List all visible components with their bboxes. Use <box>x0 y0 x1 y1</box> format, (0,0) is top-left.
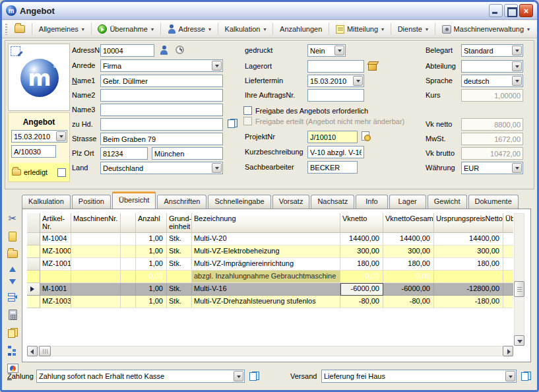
scroll-left-button[interactable] <box>27 346 38 356</box>
zahlung-select[interactable]: Zahlung sofort nach Erhalt netto Kasse <box>36 370 245 383</box>
cell-artikel[interactable]: M-1001 <box>40 283 71 296</box>
cell-maschinen[interactable] <box>71 271 121 283</box>
cut-button[interactable]: ✂ <box>5 212 20 225</box>
structure-button[interactable] <box>5 344 20 357</box>
strasse-field[interactable] <box>100 133 223 145</box>
cell-anzahl[interactable]: 1,00 <box>136 258 167 271</box>
row-selector[interactable] <box>27 283 40 296</box>
document-number-field[interactable] <box>11 145 56 158</box>
cell-clipped[interactable] <box>503 245 513 258</box>
tab-dokumente[interactable]: Dokumente <box>468 195 519 209</box>
col-header-anzahl[interactable]: Anzahl <box>136 213 167 233</box>
calculator-button[interactable] <box>5 308 20 321</box>
reminder-clock-icon[interactable] <box>175 46 184 54</box>
col-header-einheit[interactable]: Grund-einheit <box>167 213 192 233</box>
minimize-button[interactable] <box>489 4 503 17</box>
auftragsnr-field[interactable] <box>307 89 364 102</box>
cell-artikel[interactable]: MZ-1000 <box>40 245 71 258</box>
versand-select[interactable]: Lieferung frei Haus <box>321 370 517 383</box>
lagerort-field[interactable] <box>307 60 364 73</box>
cell-bezeichnung[interactable]: Multi-VZ-Elektrobeheizung <box>192 245 340 258</box>
cell-bezeichnung[interactable]: Multi-VZ-Drehzahlsteuerung stufenlos <box>192 296 340 308</box>
chevron-down-icon[interactable] <box>56 131 66 141</box>
cell-vknetto[interactable]: 0,00 <box>340 271 383 283</box>
tab-schnelleingabe[interactable]: Schnelleingabe <box>208 195 270 209</box>
cell-anzahl[interactable]: 0,00 <box>136 271 167 283</box>
menu-dienste[interactable]: Dienste▾ <box>394 23 432 35</box>
tab-position[interactable]: Position <box>72 195 111 209</box>
copy-versand-icon[interactable] <box>521 372 531 381</box>
new-page-button[interactable] <box>5 230 20 243</box>
cell-vknettogesamt[interactable]: 0,00 <box>383 271 434 283</box>
row-selector[interactable] <box>27 258 40 271</box>
cell-vknettogesamt[interactable]: -6000,00 <box>383 283 434 296</box>
col-header-artikel[interactable]: Artikel-Nr. <box>40 213 71 233</box>
row-selector[interactable] <box>27 233 40 245</box>
cell-ursprungspreis[interactable]: 14400,00 <box>434 233 503 245</box>
tab-lager[interactable]: Lager <box>389 195 426 209</box>
col-header-vknettogesamt[interactable]: VknettoGesamt <box>383 213 434 233</box>
sachbearbeiter-field[interactable] <box>307 161 358 174</box>
cell-vknettogesamt[interactable]: 180,00 <box>383 258 434 271</box>
warehouse-box-icon[interactable] <box>368 63 377 71</box>
cell-empty[interactable] <box>121 245 136 258</box>
cell-einheit[interactable] <box>167 271 192 283</box>
scroll-right-button[interactable] <box>503 346 513 356</box>
cell-ursprungspreis[interactable]: -180,00 <box>434 296 503 308</box>
cell-einheit[interactable]: Stk. <box>167 296 192 308</box>
cell-maschinen[interactable] <box>71 283 121 296</box>
maximize-button[interactable] <box>504 4 518 17</box>
zuhd-field[interactable] <box>100 118 223 131</box>
tab-anschriften[interactable]: Anschriften <box>157 195 206 209</box>
cell-empty[interactable] <box>121 233 136 245</box>
cell-vknettogesamt[interactable]: 300,00 <box>383 245 434 258</box>
document-date-select[interactable]: 15.03.2010 <box>11 130 67 143</box>
cell-clipped[interactable] <box>503 233 513 245</box>
vertical-scrollbar[interactable] <box>514 213 524 346</box>
menu-mitteilung[interactable]: Mitteilung▾ <box>332 23 388 36</box>
tab-nachsatz[interactable]: Nachsatz <box>311 195 354 209</box>
contact-person-icon[interactable] <box>160 46 168 55</box>
menu-allgemeines[interactable]: Allgemeines▾ <box>35 23 88 35</box>
cell-maschinen[interactable] <box>71 258 121 271</box>
tab-info[interactable]: Info <box>356 195 387 209</box>
cell-empty[interactable] <box>121 258 136 271</box>
cell-artikel[interactable]: MZ-1003 <box>40 296 71 308</box>
cell-vknetto[interactable]: -80,00 <box>340 296 383 308</box>
cell-artikel[interactable]: M-1004 <box>40 233 71 245</box>
menu-maschinenverwaltung[interactable]: Maschinenverwaltung▾ <box>438 23 534 36</box>
move-down-button[interactable] <box>5 278 20 286</box>
gedruckt-select[interactable]: Nein <box>307 44 346 57</box>
project-document-icon[interactable] <box>362 131 369 141</box>
chevron-down-icon[interactable] <box>234 371 243 381</box>
cell-anzahl[interactable]: 1,00 <box>136 245 167 258</box>
cell-clipped[interactable] <box>503 258 513 271</box>
cell-bezeichnung[interactable]: abzgl. Inzahlungnahme Gebrauchtmaschine <box>192 271 340 283</box>
col-header-clipped[interactable]: Üb <box>503 213 513 233</box>
chevron-down-icon[interactable] <box>334 46 344 55</box>
abteilung-select[interactable] <box>461 60 523 73</box>
chevron-down-icon[interactable] <box>512 61 522 71</box>
name3-field[interactable] <box>100 104 223 116</box>
land-select[interactable]: Deutschland <box>100 162 223 174</box>
done-checkbox[interactable] <box>57 168 66 177</box>
cell-empty[interactable] <box>121 283 136 296</box>
cell-vknettogesamt[interactable]: -80,00 <box>383 296 434 308</box>
cell-ursprungspreis[interactable]: 180,00 <box>434 258 503 271</box>
move-up-button[interactable] <box>5 265 20 273</box>
open-position-button[interactable] <box>5 247 20 261</box>
row-selector[interactable] <box>27 271 40 283</box>
col-header-ursprungspreis[interactable]: UrsprungspreisNetto <box>434 213 503 233</box>
cell-einheit[interactable]: Stk. <box>167 245 192 258</box>
col-header-vknetto[interactable]: Vknetto <box>340 213 383 233</box>
chevron-down-icon[interactable] <box>505 371 515 381</box>
col-header-empty[interactable] <box>121 213 136 233</box>
freigabe-erforderlich-checkbox[interactable] <box>243 106 252 115</box>
cell-empty[interactable] <box>121 271 136 283</box>
chevron-down-icon[interactable] <box>212 163 222 173</box>
col-header-bezeichnung[interactable]: Bezeichnung <box>192 213 340 233</box>
ort-field[interactable] <box>152 147 223 160</box>
anrede-select[interactable]: Firma <box>100 59 223 72</box>
copy-zahlung-icon[interactable] <box>249 372 259 381</box>
projektnr-field[interactable] <box>307 131 358 143</box>
